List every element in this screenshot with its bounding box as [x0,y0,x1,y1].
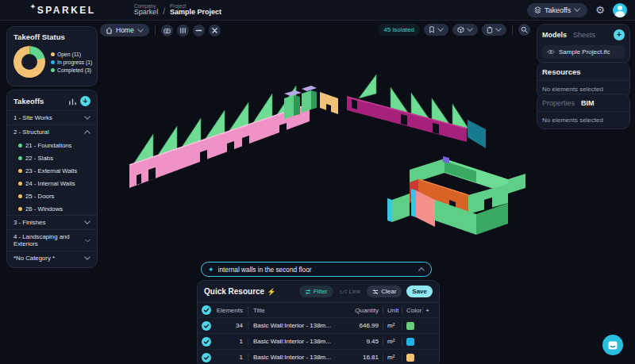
link-button[interactable]: Link [338,285,363,297]
legend-item: Completed (3) [51,67,92,73]
storeys-icon [179,27,187,34]
row-quantity: 16.81 [344,354,383,361]
tab-sheets[interactable]: Sheets [573,31,595,39]
takeoff-group[interactable]: 3 - Finishes [7,215,97,229]
takeoff-item-label: 26 - Windows [25,205,63,213]
col-color[interactable]: Color [402,307,422,314]
section-plane-button[interactable] [193,25,205,36]
table-row[interactable]: 1 Basic Wall:Interior - 138m... 9.45 m² [198,333,439,349]
tab-properties[interactable]: Properties [542,99,575,107]
views-dropdown[interactable] [424,24,448,36]
screenshot-camera-button[interactable] [161,25,173,36]
quick-resource-title: Quick Resource [204,287,264,296]
ai-search-value[interactable]: internal walls in the second floor [218,266,414,274]
takeoff-group[interactable]: 4 - Landscaping and Exteriors [7,229,97,251]
takeoffs-card: Takeoffs + 1 - Site Works2 - Structural … [6,90,98,268]
takeoff-item[interactable]: 21 - Foundations [7,139,97,151]
takeoff-item-label: 23 - External Walls [25,167,77,174]
takeoff-group-label: 2 - Structural [13,128,49,136]
model-list-item[interactable]: Sample Project.ifc [542,45,625,59]
takeoff-item[interactable]: 26 - Windows [7,202,97,215]
chevron-up-icon[interactable] [418,267,425,271]
clear-button[interactable]: Clear [367,285,402,297]
color-swatch[interactable] [406,322,414,330]
storeys-button[interactable] [177,25,189,36]
row-check[interactable] [202,321,216,331]
row-check[interactable] [202,353,216,362]
add-column-button[interactable]: + [422,307,432,314]
row-elements: 34 [216,322,248,329]
status-legend: Open (11) In progress (1) Completed (3) [51,52,92,73]
chevron-down-icon [137,29,144,33]
chat-launcher-button[interactable] [602,335,623,355]
col-elements[interactable]: Elements [216,307,248,314]
row-title: Basic Wall:Interior - 138m... [248,338,344,345]
takeoff-status-card: Takeoff Status Open (11) In progress (1)… [6,26,98,86]
user-avatar[interactable] [613,3,627,17]
add-takeoff-button[interactable]: + [80,96,90,106]
app-logo[interactable]: ✦ SPARKEL [30,5,96,16]
takeoff-item[interactable]: 25 - Doors [7,190,97,202]
filter-button[interactable]: Filter [299,285,333,297]
tab-bim[interactable]: BIM [581,99,595,107]
model-display-dropdown[interactable] [452,24,478,36]
chevron-up-icon [84,130,90,134]
chevron-down-icon [437,28,444,32]
takeoff-item-label: 25 - Doors [25,193,54,200]
crop-view-button[interactable] [209,25,221,36]
chevron-down-icon [84,220,90,224]
takeoffs-menu-button[interactable]: Takeoffs [527,3,587,17]
check-circle-icon [202,337,211,347]
takeoff-group[interactable]: 1 - Site Works [7,110,97,125]
legend-item: In progress (1) [51,59,92,65]
takeoff-item[interactable]: 22 - Slabs [7,151,97,164]
viewport-toolbar-right: 45 isolated [378,24,530,36]
row-color[interactable] [402,354,422,362]
takeoff-group-label: 4 - Landscaping and Exteriors [13,233,85,247]
bar-chart-icon[interactable] [68,98,77,105]
row-color[interactable] [402,338,422,346]
camera-home-button[interactable]: Home [100,24,149,36]
filter-icon [305,289,311,295]
add-model-button[interactable]: + [614,29,625,40]
table-row[interactable]: 1 Basic Wall:Interior - 138m... 16.81 m² [198,349,439,364]
col-unit[interactable]: Unit [383,307,402,314]
col-title[interactable]: Title [248,307,344,314]
row-check[interactable] [202,337,216,347]
takeoff-group[interactable]: 2 - Structural [7,125,97,139]
link-icon [340,289,347,295]
tab-models[interactable]: Models [542,31,567,39]
chevron-down-icon [84,116,90,120]
row-color[interactable] [402,322,422,330]
clear-label: Clear [381,288,396,295]
legend-label: Open (11) [57,52,81,57]
takeoff-group[interactable]: *No Category * [7,251,97,265]
table-header-row: Elements Title Quantity Unit Color + [198,302,439,317]
breadcrumb-company[interactable]: Sparkel [134,9,159,17]
color-swatch[interactable] [406,354,414,362]
breadcrumb-project[interactable]: Sample Project [170,9,221,17]
stack-icon [534,6,541,13]
search-button[interactable] [518,24,530,36]
status-dot [18,169,22,173]
isolated-count-badge[interactable]: 45 isolated [378,24,420,36]
takeoff-item-label: 22 - Slabs [25,155,53,162]
eye-icon[interactable] [547,49,555,55]
link-label: Link [349,288,361,295]
quick-resource-table: Elements Title Quantity Unit Color + 34 … [198,302,439,364]
cube-icon [457,26,464,33]
takeoff-item[interactable]: 23 - External Walls [7,164,97,177]
table-row[interactable]: 34 Basic Wall:Interior - 138m... 646.99 … [198,317,439,333]
chat-messenger-icon [608,341,618,350]
app-window: ✦ SPARKEL Company Sparkel / Project Samp… [0,0,635,364]
divider [537,80,629,81]
col-quantity[interactable]: Quantity [344,307,383,314]
settings-gear-icon[interactable]: ⚙ [595,5,605,15]
color-swatch[interactable] [406,338,414,346]
takeoff-item[interactable]: 24 - Internal Walls [7,177,97,190]
select-all-check[interactable] [202,305,216,315]
ai-search-input[interactable]: ✦ internal walls in the second floor [201,262,432,277]
clipboard-dropdown[interactable] [482,24,506,36]
status-dot [18,182,22,186]
save-button[interactable]: Save [406,285,433,297]
